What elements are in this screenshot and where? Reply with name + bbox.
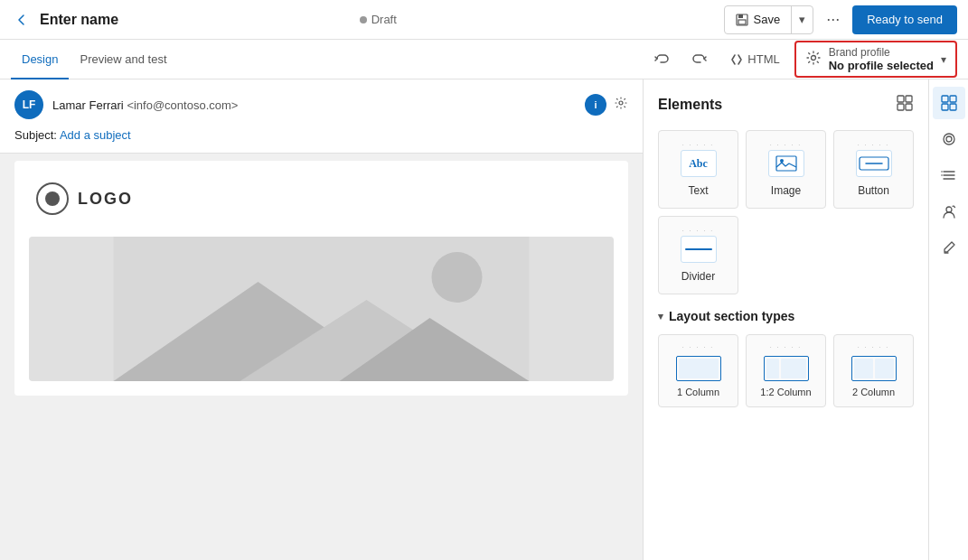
brand-profile-value: No profile selected xyxy=(829,59,934,72)
svg-rect-20 xyxy=(942,104,948,110)
top-actions: Save ▾ ··· Ready to send xyxy=(724,5,958,34)
sidebar-layers-button[interactable] xyxy=(933,123,965,155)
avatar: LF xyxy=(14,90,43,119)
layout-1-2col-preview xyxy=(764,356,809,381)
svg-rect-13 xyxy=(906,104,912,110)
layout-1col[interactable]: · · · · · 1 Column xyxy=(658,334,738,407)
element-image[interactable]: · · · · · Image xyxy=(746,130,826,209)
layout-2col-preview xyxy=(851,356,897,381)
element-button[interactable]: · · · · · Button xyxy=(833,130,914,209)
tab-bar-left: Design Preview and test xyxy=(11,40,646,79)
chevron-down-icon: ▾ xyxy=(941,53,946,66)
svg-rect-21 xyxy=(950,104,956,110)
svg-point-6 xyxy=(432,252,483,303)
layout-1-2col-label: 1:2 Column xyxy=(760,387,811,397)
svg-point-4 xyxy=(619,101,623,105)
button-element-icon xyxy=(856,150,892,177)
top-bar: Enter name Draft Save ▾ ··· Ready to sen… xyxy=(0,0,968,40)
brand-profile-button[interactable]: Brand profile No profile selected ▾ xyxy=(794,41,957,78)
sidebar-list-button[interactable] xyxy=(933,159,965,191)
image-placeholder[interactable] xyxy=(29,237,614,381)
email-body: LOGO xyxy=(14,161,628,396)
svg-point-27 xyxy=(941,171,943,173)
layout-section-title: ▾ Layout section types xyxy=(658,309,914,323)
save-label: Save xyxy=(754,13,781,26)
svg-point-29 xyxy=(946,207,952,212)
svg-point-23 xyxy=(946,136,952,142)
sidebar-brush-button[interactable] xyxy=(933,231,965,264)
email-editor-panel: LF Lamar Ferrari <info@contoso.com> i xyxy=(0,79,643,560)
tab-preview[interactable]: Preview and test xyxy=(69,40,177,79)
layout-1col-preview xyxy=(676,356,721,381)
save-button[interactable]: Save xyxy=(725,6,792,33)
button-element-label: Button xyxy=(858,184,889,197)
add-subject-link[interactable]: Add a subject xyxy=(60,128,131,142)
tab-bar-right: HTML Brand profile No profile selected ▾ xyxy=(646,40,957,79)
divider-element-label: Divider xyxy=(681,270,715,283)
logo-circle-icon xyxy=(36,182,69,215)
logo-section: LOGO xyxy=(14,161,628,237)
logo-inner-circle xyxy=(45,191,60,206)
element-divider[interactable]: · · · · · Divider xyxy=(658,216,738,294)
more-options-button[interactable]: ··· xyxy=(819,6,847,33)
svg-point-15 xyxy=(780,159,784,163)
svg-point-3 xyxy=(811,55,815,60)
page-title: Enter name xyxy=(40,12,352,28)
image-element-icon xyxy=(768,150,804,177)
element-text[interactable]: · · · · · Abc Text xyxy=(658,130,738,209)
subject-label: Subject: xyxy=(14,128,57,142)
layout-1col-label: 1 Column xyxy=(677,387,719,397)
sidebar-personalize-button[interactable] xyxy=(933,195,965,228)
svg-rect-18 xyxy=(942,96,948,102)
panel-icon xyxy=(896,94,914,116)
layout-1-2col[interactable]: · · · · · 1:2 Column xyxy=(746,334,826,407)
subject-row: Subject: Add a subject xyxy=(14,128,628,142)
svg-rect-11 xyxy=(906,96,912,102)
sender-email: <info@contoso.com> xyxy=(127,98,238,112)
tab-bar: Design Preview and test HTML Brand profi… xyxy=(0,40,968,79)
gear-icon xyxy=(805,50,822,70)
right-panel: Elements · · · · · Abc Text xyxy=(643,79,968,560)
email-content: LF Lamar Ferrari <info@contoso.com> i xyxy=(0,79,643,403)
svg-point-22 xyxy=(944,134,954,145)
chevron-icon: ▾ xyxy=(658,311,663,322)
draft-label: Draft xyxy=(371,13,397,26)
svg-rect-14 xyxy=(776,156,796,171)
elements-grid: · · · · · Abc Text · · · · · xyxy=(658,130,914,294)
layout-2col[interactable]: · · · · · 2 Column xyxy=(833,334,914,407)
draft-badge: Draft xyxy=(360,13,397,26)
divider-element-icon xyxy=(681,236,717,263)
html-button[interactable]: HTML xyxy=(722,49,786,70)
svg-rect-1 xyxy=(738,14,743,18)
main-layout: LF Lamar Ferrari <info@contoso.com> i xyxy=(0,79,968,560)
email-header: LF Lamar Ferrari <info@contoso.com> i xyxy=(0,79,643,154)
sender-row: LF Lamar Ferrari <info@contoso.com> i xyxy=(14,90,628,119)
save-dropdown-button[interactable]: ▾ xyxy=(791,6,813,33)
sidebar-elements-button[interactable] xyxy=(933,87,965,119)
draft-dot xyxy=(360,16,367,23)
svg-rect-2 xyxy=(738,20,746,24)
email-body-wrapper: LOGO xyxy=(0,154,643,403)
undo-button[interactable] xyxy=(646,48,677,71)
text-element-icon: Abc xyxy=(681,150,717,177)
ready-to-send-button[interactable]: Ready to send xyxy=(852,5,957,34)
sender-name: Lamar Ferrari <info@contoso.com> xyxy=(52,98,238,112)
sender-info: Lamar Ferrari <info@contoso.com> xyxy=(52,98,576,112)
info-button[interactable]: i xyxy=(585,94,606,116)
back-button[interactable] xyxy=(11,9,33,31)
svg-rect-19 xyxy=(950,96,956,102)
svg-rect-10 xyxy=(898,96,904,102)
layout-2col-label: 2 Column xyxy=(852,387,895,397)
svg-rect-12 xyxy=(898,104,904,110)
logo-text: LOGO xyxy=(78,190,133,209)
brand-profile-title: Brand profile xyxy=(829,46,934,59)
svg-point-28 xyxy=(941,174,943,176)
header-icons: i xyxy=(585,94,628,116)
settings-button[interactable] xyxy=(614,94,628,116)
text-element-label: Text xyxy=(688,184,708,197)
redo-button[interactable] xyxy=(684,48,715,71)
far-right-sidebar xyxy=(928,79,968,560)
elements-panel: Elements · · · · · Abc Text xyxy=(644,79,928,560)
tab-design[interactable]: Design xyxy=(11,40,69,79)
elements-panel-title: Elements xyxy=(658,94,914,116)
